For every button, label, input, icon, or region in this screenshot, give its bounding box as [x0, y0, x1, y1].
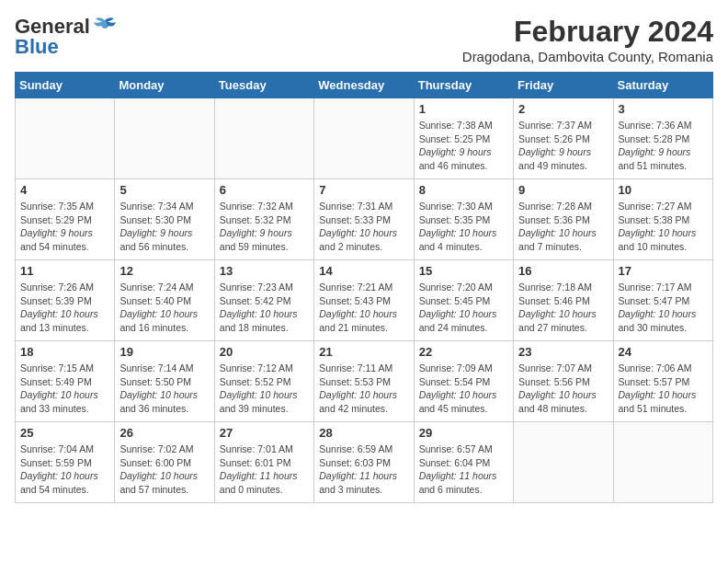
cell-content: Sunrise: 7:02 AMSunset: 6:00 PMDaylight:…: [119, 442, 209, 497]
logo-bird-icon: [92, 17, 118, 37]
cell-content: Sunrise: 7:30 AMSunset: 5:35 PMDaylight:…: [419, 200, 508, 254]
calendar-cell: 27Sunrise: 7:01 AMSunset: 6:01 PMDayligh…: [214, 422, 313, 503]
calendar-cell: 25Sunrise: 7:04 AMSunset: 5:59 PMDayligh…: [16, 422, 115, 503]
weekday-header-saturday: Saturday: [613, 73, 712, 98]
calendar-cell: 17Sunrise: 7:17 AMSunset: 5:47 PMDayligh…: [613, 260, 712, 341]
weekday-header-row: SundayMondayTuesdayWednesdayThursdayFrid…: [16, 73, 713, 98]
week-row-4: 18Sunrise: 7:15 AMSunset: 5:49 PMDayligh…: [16, 341, 713, 422]
calendar-cell: 11Sunrise: 7:26 AMSunset: 5:39 PMDayligh…: [16, 260, 115, 341]
cell-content: Sunrise: 7:17 AMSunset: 5:47 PMDaylight:…: [619, 281, 708, 335]
weekday-header-thursday: Thursday: [414, 73, 513, 98]
cell-content: Sunrise: 6:59 AMSunset: 6:03 PMDaylight:…: [319, 442, 408, 497]
calendar-cell: 3Sunrise: 7:36 AMSunset: 5:28 PMDaylight…: [613, 98, 712, 179]
cell-content: Sunrise: 7:01 AMSunset: 6:01 PMDaylight:…: [220, 442, 309, 497]
day-number: 10: [619, 183, 708, 197]
day-number: 28: [319, 426, 408, 440]
day-number: 12: [119, 264, 209, 278]
day-number: 21: [319, 345, 408, 359]
calendar-cell: 10Sunrise: 7:27 AMSunset: 5:38 PMDayligh…: [613, 179, 712, 260]
day-number: 29: [419, 426, 508, 440]
calendar-cell: 2Sunrise: 7:37 AMSunset: 5:26 PMDaylight…: [514, 98, 613, 179]
cell-content: Sunrise: 6:57 AMSunset: 6:04 PMDaylight:…: [419, 442, 508, 497]
day-number: 5: [119, 183, 209, 197]
cell-content: Sunrise: 7:26 AMSunset: 5:39 PMDaylight:…: [20, 281, 109, 335]
cell-content: Sunrise: 7:38 AMSunset: 5:25 PMDaylight:…: [419, 119, 508, 173]
calendar-table: SundayMondayTuesdayWednesdayThursdayFrid…: [15, 72, 713, 503]
day-number: 23: [518, 345, 608, 359]
cell-content: Sunrise: 7:14 AMSunset: 5:50 PMDaylight:…: [119, 362, 209, 416]
cell-content: Sunrise: 7:36 AMSunset: 5:28 PMDaylight:…: [619, 119, 708, 173]
day-number: 3: [619, 102, 708, 116]
week-row-2: 4Sunrise: 7:35 AMSunset: 5:29 PMDaylight…: [16, 179, 713, 260]
day-number: 14: [319, 264, 408, 278]
cell-content: Sunrise: 7:28 AMSunset: 5:36 PMDaylight:…: [518, 200, 608, 254]
week-row-3: 11Sunrise: 7:26 AMSunset: 5:39 PMDayligh…: [16, 260, 713, 341]
day-number: 20: [220, 345, 309, 359]
calendar-cell: 13Sunrise: 7:23 AMSunset: 5:42 PMDayligh…: [214, 260, 313, 341]
day-number: 24: [619, 345, 708, 359]
day-number: 27: [220, 426, 309, 440]
cell-content: Sunrise: 7:31 AMSunset: 5:33 PMDaylight:…: [319, 200, 408, 254]
month-year-title: February 2024: [462, 15, 713, 49]
cell-content: Sunrise: 7:32 AMSunset: 5:32 PMDaylight:…: [220, 200, 309, 254]
weekday-header-sunday: Sunday: [16, 73, 115, 98]
calendar-cell: 4Sunrise: 7:35 AMSunset: 5:29 PMDaylight…: [16, 179, 115, 260]
cell-content: Sunrise: 7:21 AMSunset: 5:43 PMDaylight:…: [319, 281, 408, 335]
cell-content: Sunrise: 7:20 AMSunset: 5:45 PMDaylight:…: [419, 281, 508, 335]
cell-content: Sunrise: 7:07 AMSunset: 5:56 PMDaylight:…: [518, 362, 608, 416]
cell-content: Sunrise: 7:24 AMSunset: 5:40 PMDaylight:…: [119, 281, 209, 335]
calendar-cell: 20Sunrise: 7:12 AMSunset: 5:52 PMDayligh…: [214, 341, 313, 422]
cell-content: Sunrise: 7:09 AMSunset: 5:54 PMDaylight:…: [419, 362, 508, 416]
weekday-header-friday: Friday: [514, 73, 613, 98]
cell-content: Sunrise: 7:12 AMSunset: 5:52 PMDaylight:…: [220, 362, 309, 416]
day-number: 4: [20, 183, 109, 197]
day-number: 26: [119, 426, 209, 440]
day-number: 2: [518, 102, 608, 116]
calendar-cell: 15Sunrise: 7:20 AMSunset: 5:45 PMDayligh…: [414, 260, 513, 341]
week-row-1: 1Sunrise: 7:38 AMSunset: 5:25 PMDaylight…: [16, 98, 713, 179]
title-area: February 2024 Dragodana, Dambovita Count…: [462, 15, 713, 64]
header: General Blue February 2024 Dragodana, Da…: [15, 15, 713, 64]
calendar-cell: 16Sunrise: 7:18 AMSunset: 5:46 PMDayligh…: [514, 260, 613, 341]
cell-content: Sunrise: 7:37 AMSunset: 5:26 PMDaylight:…: [518, 119, 608, 173]
calendar-cell: 23Sunrise: 7:07 AMSunset: 5:56 PMDayligh…: [514, 341, 613, 422]
calendar-cell: 6Sunrise: 7:32 AMSunset: 5:32 PMDaylight…: [214, 179, 313, 260]
calendar-cell: 18Sunrise: 7:15 AMSunset: 5:49 PMDayligh…: [16, 341, 115, 422]
day-number: 18: [20, 345, 109, 359]
cell-content: Sunrise: 7:34 AMSunset: 5:30 PMDaylight:…: [119, 200, 209, 254]
calendar-cell: [16, 98, 115, 179]
day-number: 7: [319, 183, 408, 197]
cell-content: Sunrise: 7:06 AMSunset: 5:57 PMDaylight:…: [619, 362, 708, 416]
day-number: 6: [220, 183, 309, 197]
calendar-cell: 28Sunrise: 6:59 AMSunset: 6:03 PMDayligh…: [314, 422, 414, 503]
calendar-cell: 26Sunrise: 7:02 AMSunset: 6:00 PMDayligh…: [115, 422, 214, 503]
logo: General Blue: [15, 15, 118, 59]
cell-content: Sunrise: 7:18 AMSunset: 5:46 PMDaylight:…: [518, 281, 608, 335]
calendar-cell: [314, 98, 414, 179]
logo-blue-text: Blue: [15, 35, 59, 59]
cell-content: Sunrise: 7:11 AMSunset: 5:53 PMDaylight:…: [319, 362, 408, 416]
day-number: 22: [419, 345, 508, 359]
cell-content: Sunrise: 7:35 AMSunset: 5:29 PMDaylight:…: [20, 200, 109, 254]
calendar-cell: 12Sunrise: 7:24 AMSunset: 5:40 PMDayligh…: [115, 260, 214, 341]
weekday-header-monday: Monday: [115, 73, 214, 98]
calendar-cell: 7Sunrise: 7:31 AMSunset: 5:33 PMDaylight…: [314, 179, 414, 260]
calendar-cell: 1Sunrise: 7:38 AMSunset: 5:25 PMDaylight…: [414, 98, 513, 179]
calendar-cell: [514, 422, 613, 503]
calendar-cell: 5Sunrise: 7:34 AMSunset: 5:30 PMDaylight…: [115, 179, 214, 260]
day-number: 1: [419, 102, 508, 116]
cell-content: Sunrise: 7:23 AMSunset: 5:42 PMDaylight:…: [220, 281, 309, 335]
day-number: 8: [419, 183, 508, 197]
day-number: 17: [619, 264, 708, 278]
cell-content: Sunrise: 7:27 AMSunset: 5:38 PMDaylight:…: [619, 200, 708, 254]
calendar-cell: 8Sunrise: 7:30 AMSunset: 5:35 PMDaylight…: [414, 179, 513, 260]
calendar-cell: 9Sunrise: 7:28 AMSunset: 5:36 PMDaylight…: [514, 179, 613, 260]
calendar-cell: 24Sunrise: 7:06 AMSunset: 5:57 PMDayligh…: [613, 341, 712, 422]
day-number: 13: [220, 264, 309, 278]
cell-content: Sunrise: 7:15 AMSunset: 5:49 PMDaylight:…: [20, 362, 109, 416]
calendar-cell: 14Sunrise: 7:21 AMSunset: 5:43 PMDayligh…: [314, 260, 414, 341]
day-number: 25: [20, 426, 109, 440]
cell-content: Sunrise: 7:04 AMSunset: 5:59 PMDaylight:…: [20, 442, 109, 497]
day-number: 19: [119, 345, 209, 359]
week-row-5: 25Sunrise: 7:04 AMSunset: 5:59 PMDayligh…: [16, 422, 713, 503]
